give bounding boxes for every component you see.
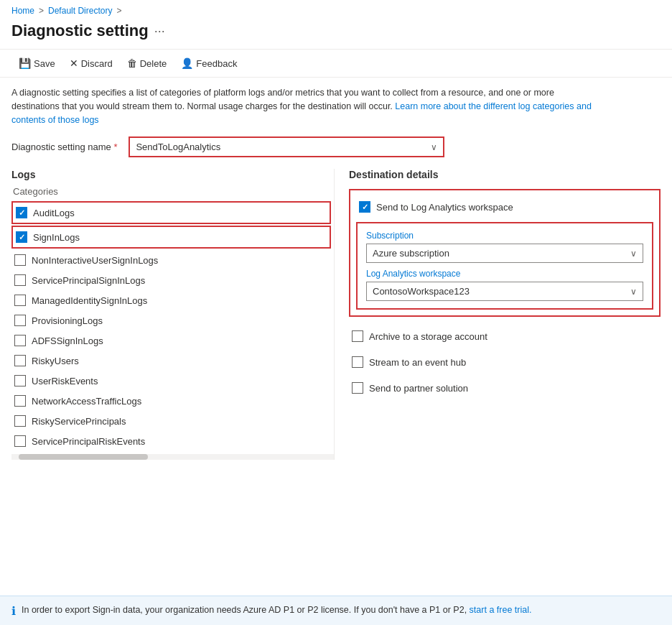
setting-name-input[interactable] (130, 138, 443, 156)
checkbox-label-adfs: ADFSSignInLogs (32, 335, 103, 346)
checkbox-managedidentity[interactable] (14, 295, 26, 306)
toolbar: 💾 Save ✕ Discard 🗑 Delete 👤 Feedback (0, 49, 672, 78)
dest-option-eventhub[interactable]: Stream to an event hub (349, 351, 661, 373)
checkbox-row-networkaccess[interactable]: NetworkAccessTrafficLogs (11, 391, 331, 411)
checkbox-adfs[interactable] (14, 335, 26, 346)
delete-icon: 🗑 (127, 57, 137, 69)
breadcrumb-default-dir[interactable]: Default Directory (48, 6, 112, 16)
checkbox-label-serviceprincipalrisk: ServicePrincipalRiskEvents (32, 436, 145, 447)
checkbox-serviceprincipal[interactable] (14, 274, 26, 286)
save-label: Save (34, 58, 55, 69)
checkbox-row-serviceprincipalrisk[interactable]: ServicePrincipalRiskEvents (11, 431, 331, 451)
dest-option-loganalytics-wrapper: Send to Log Analytics workspace Subscrip… (349, 189, 661, 317)
dest-option-partner[interactable]: Send to partner solution (349, 377, 661, 399)
checkbox-row-riskyservice[interactable]: RiskyServicePrincipals (11, 411, 331, 431)
checkbox-label-networkaccess: NetworkAccessTrafficLogs (32, 396, 141, 407)
delete-button[interactable]: 🗑 Delete (120, 54, 174, 73)
checkbox-row-signin[interactable]: SignInLogs (11, 226, 331, 249)
feedback-button[interactable]: 👤 Feedback (174, 54, 244, 73)
subscription-chevron: ∨ (630, 249, 637, 259)
checkbox-label-riskyusers: RiskyUsers (32, 356, 79, 366)
checkbox-row-serviceprincipal[interactable]: ServicePrincipalSignInLogs (11, 270, 331, 290)
checkbox-label-audit: AuditLogs (33, 208, 75, 218)
required-marker: * (113, 142, 117, 152)
checkbox-label-riskyservice: RiskyServicePrincipals (32, 416, 126, 427)
workspace-value: ContosoWorkspace123 (373, 286, 470, 297)
discard-icon: ✕ (70, 57, 78, 69)
workspace-chevron: ∨ (630, 287, 637, 297)
dest-option-label-partner: Send to partner solution (369, 383, 468, 394)
dest-option-label-eventhub: Stream to an event hub (369, 357, 466, 368)
destination-options: Send to Log Analytics workspace Subscrip… (349, 189, 661, 399)
dest-subfields-loganalytics: Subscription Azure subscription ∨ Log An… (356, 222, 653, 310)
chevron-down-icon: ∨ (431, 142, 437, 152)
checkbox-label-userrisk: UserRiskEvents (32, 376, 98, 386)
checkbox-label-serviceprincipal: ServicePrincipalSignInLogs (32, 275, 145, 286)
workspace-dropdown[interactable]: ContosoWorkspace123 ∨ (366, 282, 643, 301)
checkbox-label-noninteractive: NonInteractiveUserSignInLogs (32, 255, 158, 266)
dest-option-label-loganalytics: Send to Log Analytics workspace (376, 202, 513, 213)
checkbox-row-provisioning[interactable]: ProvisioningLogs (11, 310, 331, 330)
checkbox-row-userrisk[interactable]: UserRiskEvents (11, 371, 331, 391)
checkbox-label-provisioning: ProvisioningLogs (32, 315, 103, 326)
checkbox-dest-loganalytics[interactable] (359, 201, 370, 213)
breadcrumb-home[interactable]: Home (11, 6, 34, 16)
feedback-icon: 👤 (181, 57, 193, 69)
checkbox-userrisk[interactable] (14, 375, 26, 386)
setting-name-row: Diagnostic setting name * ∨ (11, 136, 661, 157)
page-menu-icon[interactable]: ··· (154, 24, 165, 39)
feedback-label: Feedback (196, 58, 237, 69)
workspace-label: Log Analytics workspace (366, 269, 643, 279)
destination-title: Destination details (349, 169, 661, 180)
destination-section: Destination details Send to Log Analytic… (335, 169, 661, 460)
setting-name-input-wrap: ∨ (129, 136, 444, 157)
content-area: A diagnostic setting specifies a list of… (0, 78, 672, 468)
categories-list: AuditLogsSignInLogsNonInteractiveUserSig… (11, 201, 334, 451)
checkbox-audit[interactable] (16, 207, 27, 218)
checkbox-riskyusers[interactable] (14, 355, 26, 366)
breadcrumb: Home > Default Directory > (0, 0, 672, 19)
page-title: Diagnostic setting (11, 22, 149, 40)
delete-label: Delete (140, 58, 167, 69)
horiz-scroll-thumb[interactable] (19, 454, 148, 460)
horizontal-scrollbar[interactable] (11, 454, 334, 460)
subscription-label: Subscription (366, 231, 643, 241)
categories-label: Categories (11, 186, 334, 197)
save-icon: 💾 (19, 57, 31, 69)
setting-name-label: Diagnostic setting name * (11, 142, 117, 152)
logs-title: Logs (11, 169, 334, 180)
checkbox-serviceprincipalrisk[interactable] (14, 435, 26, 447)
two-col-layout: Logs Categories AuditLogsSignInLogsNonIn… (11, 169, 661, 460)
checkbox-label-signin: SignInLogs (33, 232, 80, 243)
checkbox-label-managedidentity: ManagedIdentitySignInLogs (32, 295, 147, 306)
checkbox-row-riskyusers[interactable]: RiskyUsers (11, 351, 331, 371)
checkbox-row-noninteractive[interactable]: NonInteractiveUserSignInLogs (11, 250, 331, 270)
page-header: Diagnostic setting ··· (0, 19, 672, 49)
discard-button[interactable]: ✕ Discard (62, 54, 120, 73)
checkbox-row-adfs[interactable]: ADFSSignInLogs (11, 330, 331, 351)
dest-option-loganalytics[interactable]: Send to Log Analytics workspace (356, 196, 653, 218)
checkbox-row-managedidentity[interactable]: ManagedIdentitySignInLogs (11, 290, 331, 310)
subscription-value: Azure subscription (373, 248, 449, 259)
checkbox-networkaccess[interactable] (14, 395, 26, 407)
save-button[interactable]: 💾 Save (11, 54, 62, 73)
categories-list-container: AuditLogsSignInLogsNonInteractiveUserSig… (11, 201, 334, 460)
discard-label: Discard (81, 58, 113, 69)
checkbox-dest-eventhub[interactable] (352, 356, 363, 368)
description: A diagnostic setting specifies a list of… (11, 86, 600, 126)
breadcrumb-sep1: > (39, 6, 44, 16)
checkbox-dest-storage[interactable] (352, 330, 363, 342)
checkbox-row-audit[interactable]: AuditLogs (11, 201, 331, 224)
checkbox-dest-partner[interactable] (352, 382, 363, 394)
subscription-dropdown[interactable]: Azure subscription ∨ (366, 244, 643, 263)
checkbox-signin[interactable] (16, 231, 27, 243)
checkbox-noninteractive[interactable] (14, 254, 26, 266)
dest-option-label-storage: Archive to a storage account (369, 331, 487, 342)
logs-section: Logs Categories AuditLogsSignInLogsNonIn… (11, 169, 335, 460)
checkbox-riskyservice[interactable] (14, 415, 26, 427)
checkbox-provisioning[interactable] (14, 315, 26, 326)
breadcrumb-sep2: > (116, 6, 121, 16)
dest-option-storage[interactable]: Archive to a storage account (349, 325, 661, 347)
